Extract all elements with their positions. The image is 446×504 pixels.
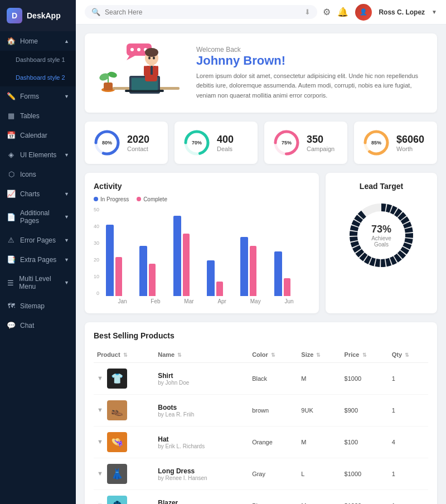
bar-inprogress-Feb [139,246,147,296]
svg-point-22 [148,57,151,60]
product-by: by Lea R. Friih [158,411,245,418]
stat-donut-0: 80% [94,129,120,156]
main-area: 🔍 ⬇ ⚙ 🔔 👤 Ross C. Lopez ▼ [76,0,446,504]
stat-label-0: Contact [127,146,149,152]
sidebar-item-multilevel[interactable]: ☰ Multi Level Menu ▼ [0,269,76,296]
product-qty: 1 [389,395,428,427]
lead-pct-center: 73% Achieve Goals [365,224,398,248]
product-qty: 1 [389,458,428,490]
sort-icon[interactable]: ⇅ [316,352,321,358]
sidebar-item-chat[interactable]: 💬 Chat [0,316,76,335]
stat-value-3: $6060 [396,134,424,146]
user-chevron-icon[interactable]: ▼ [432,9,437,15]
sidebar-label-calendar: Calendar [20,132,47,139]
stat-card-2: 75% 350 Campaign [264,122,347,164]
y-axis: 50403020100 [94,207,101,296]
product-by: by John Doe [158,380,245,386]
welcome-card: Welcome Back Johnny Brown! Lorem ipsum d… [85,33,437,113]
x-label-Jun: Jun [284,298,293,304]
row-toggle[interactable]: ▼ [97,375,103,381]
sidebar-item-calendar[interactable]: 📅 Calendar [0,125,76,145]
header: 🔍 ⬇ ⚙ 🔔 👤 Ross C. Lopez ▼ [76,0,446,25]
sidebar-item-dashboard1[interactable]: Dashboard style 1 [0,51,76,69]
product-color: Blue [249,490,298,505]
search-icon: 🔍 [91,8,100,16]
stat-donut-3: 85% [363,129,390,156]
sitemap-icon: 🗺 [7,302,16,310]
product-toggle-cell: ▼ 👗 [94,458,154,490]
sort-icon[interactable]: ⇅ [405,352,409,358]
lead-target-card: Lead Target 73% Achieve Goals [326,173,437,313]
product-name-cell: Hat by Erik L. Richards [154,427,249,458]
notification-icon[interactable]: 🔔 [337,7,348,17]
y-label: 0 [94,290,99,296]
sidebar-label-dashboard1: Dashboard style 1 [16,56,65,63]
product-size: M [298,490,341,505]
stat-info-0: 2020 Contact [127,134,149,152]
product-price: $1000 [341,490,389,505]
bar-inprogress-May [240,237,248,296]
sort-icon[interactable]: ⇅ [271,352,275,358]
sort-icon[interactable]: ⇅ [123,352,128,358]
col-header: Color ⇅ [249,347,298,363]
row-toggle[interactable]: ▼ [97,470,103,477]
app-logo[interactable]: D DeskApp [0,0,76,31]
svg-point-2 [137,48,140,51]
sidebar-item-sitemap[interactable]: 🗺 Sitemap [0,296,76,316]
y-label: 20 [94,257,99,263]
x-label-Mar: Mar [184,298,193,304]
product-color: Black [249,363,298,395]
col-header: Size ⇅ [298,347,341,363]
sidebar-label-charts: Charts [20,190,40,198]
lead-donut: 73% Achieve Goals [348,202,415,269]
sidebar-item-home[interactable]: 🏠 Home ▲ [0,31,76,51]
sort-icon[interactable]: ⇅ [362,352,367,358]
chevron-ui: ▼ [64,152,69,158]
bar-group-Apr [207,260,238,296]
product-name: Shirt [158,372,245,380]
stat-card-3: 85% $6060 Worth [354,122,437,164]
bar-group-Feb [139,246,171,296]
search-box[interactable]: 🔍 ⬇ [85,5,317,19]
sidebar-item-extra[interactable]: 📑 Extra Pages ▼ [0,250,76,269]
activity-card: Activity In ProgressComplete 50403020100 [85,173,319,313]
bar-inprogress-Apr [207,260,215,296]
sidebar-item-forms[interactable]: ✏️ Forms ▼ [0,86,76,106]
product-qty: 1 [389,490,428,505]
ui-icon: ◈ [7,151,16,159]
stat-card-0: 80% 2020 Contact [85,122,168,164]
welcome-illustration [96,42,185,104]
stat-info-2: 350 Campaign [307,134,334,152]
settings-icon[interactable]: ⚙ [323,7,331,17]
sidebar-item-tables[interactable]: ▦ Tables [0,106,76,125]
product-name: Boots [158,404,245,411]
row-toggle[interactable]: ▼ [97,438,103,445]
download-icon: ⬇ [304,8,311,16]
row-toggle[interactable]: ▼ [97,502,103,504]
sidebar-label-sitemap: Sitemap [20,302,45,310]
sidebar-item-charts[interactable]: 📈 Charts ▼ [0,184,76,203]
bar-group-Jan [106,225,137,296]
sidebar-item-ui-elements[interactable]: ◈ UI Elements ▼ [0,145,76,164]
sidebar-item-icons[interactable]: ⬡ Icons [0,164,76,184]
sidebar-item-dashboard2[interactable]: Dashboard style 2 [0,69,76,86]
svg-rect-6 [104,83,113,90]
product-size: M [298,427,341,458]
table-body: ▼ 👕 Shirt by John Doe Black M $1000 1 ▼ … [94,363,428,505]
tables-icon: ▦ [7,112,16,120]
search-input[interactable] [105,8,300,16]
sidebar-sub-home: Dashboard style 1 Dashboard style 2 [0,51,76,86]
charts-row: Activity In ProgressComplete 50403020100 [85,173,437,313]
product-image-1: 👞 [107,400,127,420]
app-name: DeskApp [27,11,61,20]
sidebar-label-additional: Additional Pages [20,209,64,225]
bar-inprogress-Jan [106,225,114,296]
svg-point-23 [153,57,155,60]
sidebar-item-error[interactable]: ⚠ Error Pages ▼ [0,230,76,250]
row-toggle[interactable]: ▼ [97,406,103,413]
sidebar-item-additional[interactable]: 📄 Additional Pages ▼ [0,203,76,230]
svg-point-20 [145,48,158,57]
table-row: ▼ 👕 Shirt by John Doe Black M $1000 1 [94,363,428,395]
stat-label-1: Deals [217,146,234,152]
sort-icon[interactable]: ⇅ [177,352,182,358]
